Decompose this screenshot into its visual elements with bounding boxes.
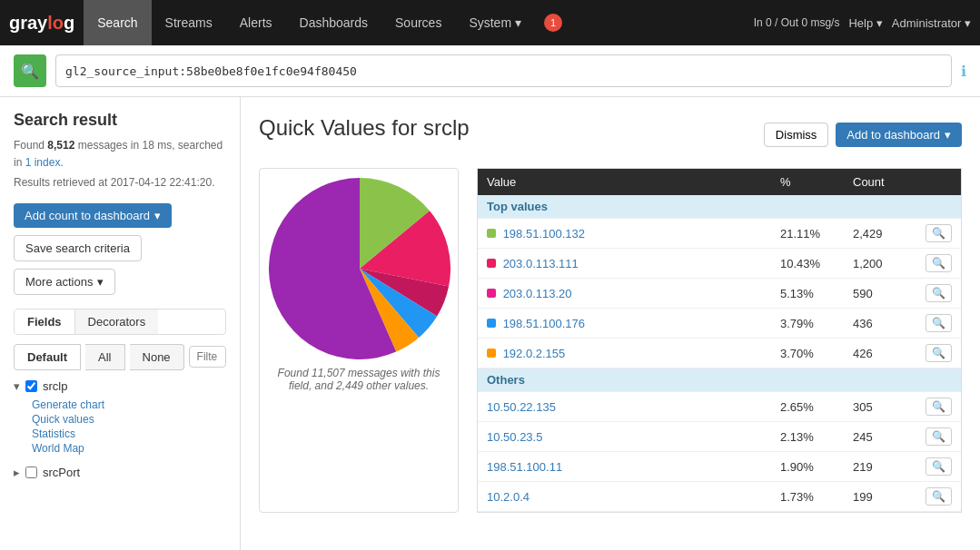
cell-action: 🔍 [916,339,961,368]
cell-pct: 5.13% [771,279,844,309]
top-values-section-header: Top values [478,195,961,219]
admin-menu[interactable]: Administrator ▾ [892,16,971,30]
pie-chart-container: Found 11,507 messages with this field, a… [259,168,459,513]
pie-chart [269,178,450,359]
table-scroll[interactable]: Value % Count Top values [478,169,961,512]
row-search-button[interactable]: 🔍 [926,344,952,362]
row-search-button[interactable]: 🔍 [926,224,952,242]
srclp-world-map-link[interactable]: World Map [32,441,226,456]
quick-values-body: Found 11,507 messages with this field, a… [259,168,962,513]
tab-fields[interactable]: Fields [15,309,75,334]
throughput-display: In 0 / Out 0 msg/s [754,16,840,29]
more-actions-button[interactable]: More actions ▾ [14,269,115,295]
sidebar: Search result Found 8,512 messages in 18… [0,97,241,550]
more-actions-caret-icon: ▾ [97,275,104,289]
nav-system-label: System [469,15,511,30]
row-search-button[interactable]: 🔍 [926,457,952,476]
value-link[interactable]: 10.2.0.4 [487,490,530,504]
col-pct: % [771,169,844,195]
cell-value: 10.50.23.5 [478,422,771,452]
cell-action: 🔍 [916,219,961,249]
index-link[interactable]: 1 index [25,156,61,169]
cell-value: 10.50.22.135 [478,392,771,422]
value-link[interactable]: 203.0.113.20 [503,287,572,300]
add-dashboard-caret-icon: ▾ [945,128,951,142]
cell-action: 🔍 [916,279,961,309]
nav-system[interactable]: System ▾ [455,0,535,45]
value-link[interactable]: 192.0.2.155 [503,347,566,360]
row-search-button[interactable]: 🔍 [926,487,952,506]
add-count-dashboard-button[interactable]: Add count to dashboard ▾ [14,203,172,228]
value-link[interactable]: 203.0.113.111 [503,257,579,270]
nav-sources[interactable]: Sources [381,0,455,45]
add-to-dashboard-button[interactable]: Add to dashboard ▾ [836,123,962,147]
value-link[interactable]: 10.50.23.5 [487,430,542,444]
cell-pct: 3.70% [771,339,844,368]
col-actions-header [916,169,961,195]
srclp-checkbox[interactable] [25,380,37,392]
nav-streams[interactable]: Streams [152,0,226,45]
cell-count: 199 [844,482,916,512]
value-link[interactable]: 198.51.100.132 [503,227,585,241]
logo-text: graylog [9,13,74,34]
dropdown-caret-icon: ▾ [154,209,161,222]
search-input[interactable] [55,54,952,87]
cell-count: 436 [844,309,916,339]
value-link[interactable]: 10.50.22.135 [487,400,556,414]
table-body: Top values 198.51.100.132 21.11% 2,429 🔍… [478,195,961,512]
search-icon: 🔍 [21,63,39,80]
nav-search[interactable]: Search [84,0,151,45]
col-count: Count [844,169,916,195]
cell-action: 🔍 [916,422,961,452]
main-layout: Search result Found 8,512 messages in 18… [0,97,980,550]
cell-count: 219 [844,452,916,482]
alert-badge-container: 1 [544,14,562,32]
filter-all-btn[interactable]: All [85,344,124,370]
top-nav: graylog Search Streams Alerts Dashboards… [0,0,980,45]
cell-count: 590 [844,279,916,309]
table-row: 198.51.100.176 3.79% 436 🔍 [478,309,961,339]
filter-default-btn[interactable]: Default [14,344,81,370]
search-options-icon[interactable]: ℹ [961,63,966,80]
srclp-label: srclp [43,379,67,393]
search-execute-button[interactable]: 🔍 [14,54,46,87]
table-row: 192.0.2.155 3.70% 426 🔍 [478,339,961,368]
nav-right: In 0 / Out 0 msg/s Help ▾ Administrator … [754,16,971,30]
dismiss-button[interactable]: Dismiss [764,123,829,147]
value-link[interactable]: 198.51.100.11 [487,460,562,474]
cell-value: 198.51.100.11 [478,452,771,482]
srclp-statistics-link[interactable]: Statistics [32,427,226,441]
srclp-toggle-icon[interactable]: ▾ [14,379,20,393]
row-search-button[interactable]: 🔍 [926,254,952,272]
admin-chevron-icon: ▾ [965,16,971,30]
save-search-button[interactable]: Save search criteria [14,235,142,261]
content-header: Quick Values for srclp Dismiss Add to da… [259,115,962,154]
value-link[interactable]: 198.51.100.176 [503,317,585,330]
fields-decorators-tabs: Fields Decorators [14,309,226,335]
table-header: Value % Count [478,169,961,195]
nav-alerts[interactable]: Alerts [226,0,286,45]
cell-action: 🔍 [916,392,961,422]
col-value: Value [478,169,771,195]
srclp-generate-chart-link[interactable]: Generate chart [32,398,226,412]
help-menu[interactable]: Help ▾ [848,16,882,30]
nav-dashboards[interactable]: Dashboards [286,0,382,45]
row-search-button[interactable]: 🔍 [926,284,952,302]
quick-values-action-buttons: Dismiss Add to dashboard ▾ [764,123,962,147]
cell-value: 10.2.0.4 [478,482,771,512]
srcport-checkbox[interactable] [25,467,37,478]
tab-decorators[interactable]: Decorators [75,309,159,334]
filter-fields-input[interactable] [189,346,226,368]
row-search-button[interactable]: 🔍 [926,314,952,332]
cell-pct: 1.73% [771,482,844,512]
top-values-label: Top values [478,195,961,219]
cell-pct: 3.79% [771,309,844,339]
srcport-toggle-icon[interactable]: ▸ [14,466,20,479]
values-table: Value % Count Top values [477,168,962,513]
row-search-button[interactable]: 🔍 [926,398,952,416]
table-row: 198.51.100.11 1.90% 219 🔍 [478,452,961,482]
filter-none-btn[interactable]: None [130,344,184,370]
fields-filter-row: Default All None [14,344,226,370]
srclp-quick-values-link[interactable]: Quick values [32,412,226,427]
row-search-button[interactable]: 🔍 [926,427,952,446]
